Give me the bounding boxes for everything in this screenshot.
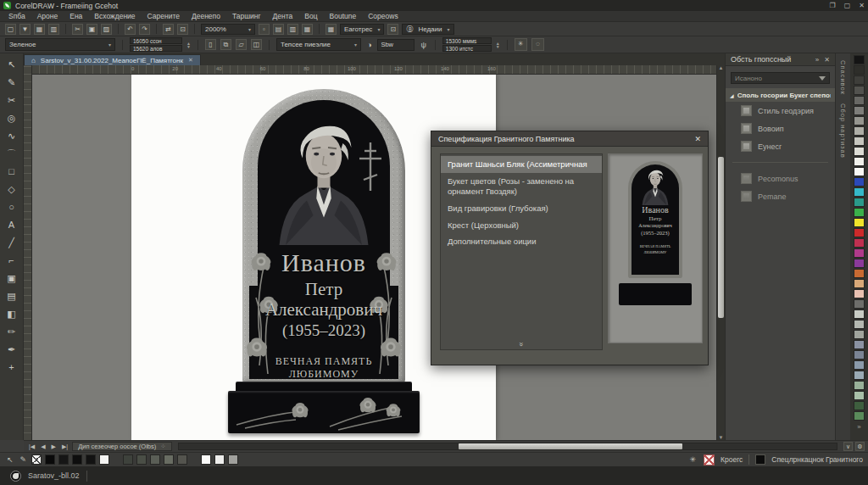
fill-tool[interactable]: ◧ — [3, 305, 20, 322]
color-swatch[interactable] — [854, 248, 865, 258]
filter-funnel-icon[interactable] — [819, 76, 826, 81]
paper-icon[interactable]: ▯ — [205, 39, 216, 50]
docker-close-icon[interactable]: ✕ — [824, 56, 830, 64]
bezier-tool[interactable]: ⌒ — [3, 145, 20, 162]
tab-close-icon[interactable]: ✕ — [188, 57, 193, 64]
color-swatch[interactable] — [854, 187, 865, 197]
menu-item-4[interactable]: Сарените — [147, 12, 180, 20]
close-button[interactable]: ✕ — [859, 2, 865, 9]
color-swatch[interactable] — [854, 177, 865, 187]
color-swatch[interactable] — [854, 137, 865, 146]
line-tool[interactable]: ╱ — [3, 234, 20, 251]
document-tab[interactable]: ⌂ Sarstov_v_31.00.2022_МеапоеГlЁ_Памятго… — [24, 54, 201, 65]
docker-tab-2[interactable]: Сбор нартизав — [839, 103, 847, 159]
scroll-options-button[interactable]: ∨ — [843, 442, 853, 451]
menu-item-7[interactable]: Дента — [273, 12, 293, 20]
doc-color-swatch[interactable] — [214, 454, 225, 465]
color-swatch[interactable] — [854, 198, 865, 207]
vertical-scroll-thumb[interactable] — [718, 157, 724, 318]
eyedropper-tool[interactable]: ✒ — [3, 341, 20, 358]
doc-color-swatch[interactable] — [150, 454, 160, 465]
fullscreen-icon[interactable]: ▫ — [259, 24, 270, 35]
polygon-tool[interactable]: ◇ — [3, 181, 20, 198]
table-icon[interactable]: ▦ — [326, 24, 337, 35]
dialog-title-bar[interactable]: Спецификация Гранитного Памятника ✕ — [431, 131, 708, 147]
maximize-button[interactable]: ▢ — [844, 2, 851, 9]
layer-item-vovoip[interactable]: Вовоип — [726, 120, 835, 137]
rotate-icon[interactable]: ◑ — [365, 41, 373, 49]
color-swatch[interactable] — [854, 309, 865, 319]
color-swatch[interactable] — [854, 350, 865, 360]
style-combo[interactable]: Тепсее пиеэлие ▾ — [276, 38, 361, 51]
color-swatch[interactable] — [854, 320, 865, 329]
color-swatch[interactable] — [854, 269, 865, 278]
menu-item-9[interactable]: Boutune — [330, 12, 357, 20]
menu-item-0[interactable]: Sпба — [8, 12, 25, 20]
grid-small-icon[interactable]: ▤ — [273, 24, 284, 35]
docker-tab-1[interactable]: Спасивок — [839, 60, 847, 95]
doc-color-swatch[interactable] — [177, 454, 187, 465]
brush-tool[interactable]: ✏ — [3, 323, 20, 340]
list-more-indicator[interactable]: » — [441, 339, 602, 348]
vertical-ruler[interactable] — [24, 65, 32, 440]
next-page-button[interactable]: ▶ — [50, 443, 58, 450]
new-icon[interactable]: ▢ — [5, 24, 16, 35]
color-swatch[interactable] — [854, 360, 865, 370]
last-page-button[interactable]: ▶| — [60, 443, 70, 450]
doc-color-swatch[interactable] — [123, 454, 133, 465]
frame-tool[interactable]: ▤ — [3, 287, 20, 304]
rectangle-tool[interactable]: □ — [3, 163, 20, 180]
menu-item-2[interactable]: Ена — [70, 12, 82, 20]
color-swatch[interactable] — [854, 86, 865, 95]
color-swatch[interactable] — [854, 208, 865, 217]
gear-icon[interactable]: ✳ — [515, 38, 527, 51]
redo-icon[interactable]: ↷ — [139, 24, 150, 35]
scale-icon[interactable]: ▱ — [236, 39, 247, 50]
spec-item-options[interactable]: Дополнительные оиции — [441, 233, 602, 250]
page-tab[interactable]: Дип сезеочер оосое (Оibs) ⁘ — [72, 442, 171, 451]
color-swatch[interactable] — [854, 106, 865, 115]
size-spinner[interactable]: ▲▼ — [496, 42, 500, 48]
freehand-tool[interactable]: ∿ — [3, 127, 20, 144]
prev-page-button[interactable]: ◀ — [39, 443, 47, 450]
width-field[interactable]: 15300 мммs — [442, 37, 492, 44]
color-swatch[interactable] — [854, 381, 865, 390]
options-icon[interactable]: ⊡ — [387, 24, 398, 35]
spec-item-engraving[interactable]: Вид гравировки (Глубокая) — [441, 200, 602, 217]
copy-icon[interactable]: ▣ — [86, 24, 97, 35]
pick-tool[interactable]: ↖ — [3, 56, 20, 73]
grid-medium-icon[interactable]: ▥ — [287, 24, 298, 35]
spec-item-bouquet[interactable]: Букет цветов (Розы - заменено на орнамен… — [441, 173, 602, 200]
restore-button[interactable]: ❐ — [830, 2, 836, 9]
knife-tool[interactable]: ✂ — [3, 92, 20, 109]
layer-item-style[interactable]: Стиль геодэрия — [726, 102, 835, 120]
color-swatch[interactable] — [854, 238, 865, 248]
color-swatch[interactable] — [854, 299, 865, 309]
zoom-tool[interactable]: ◎ — [3, 109, 20, 126]
tree-expand-icon[interactable]: ◢ — [730, 92, 734, 98]
fit-dropdown[interactable]: Еаготрес ▾ — [340, 24, 384, 35]
canvas-horizontal-scrollbar[interactable] — [178, 443, 837, 450]
menu-item-5[interactable]: Деенепо — [192, 12, 220, 20]
color-swatch[interactable] — [854, 330, 865, 339]
color-swatch[interactable] — [854, 55, 865, 64]
color-swatch[interactable] — [854, 218, 865, 227]
home-icon[interactable]: ⌂ — [31, 57, 36, 64]
export-icon[interactable]: ⊡ — [177, 24, 188, 35]
print-icon[interactable]: ▥ — [48, 24, 59, 35]
ellipse-tool[interactable]: ○ — [3, 198, 20, 215]
color-swatch[interactable] — [854, 340, 865, 349]
undo-icon[interactable]: ↶ — [125, 24, 136, 35]
tools-button[interactable]: ⚙ — [855, 442, 865, 451]
color-swatch[interactable] — [854, 147, 865, 156]
duplicate-icon[interactable]: ⧉ — [220, 39, 231, 50]
color-swatch[interactable] — [854, 96, 865, 105]
monument-base[interactable] — [228, 391, 420, 433]
angle-field[interactable]: Sbw — [377, 39, 415, 51]
color-swatch[interactable] — [854, 401, 865, 410]
docker-collapse-icon[interactable]: » — [815, 56, 819, 64]
settings-icon[interactable]: ◌ — [531, 38, 544, 51]
shape-tool[interactable]: ✎ — [3, 74, 20, 91]
menu-item-1[interactable]: Ароне — [37, 12, 58, 20]
doc-color-swatch[interactable] — [228, 454, 238, 465]
